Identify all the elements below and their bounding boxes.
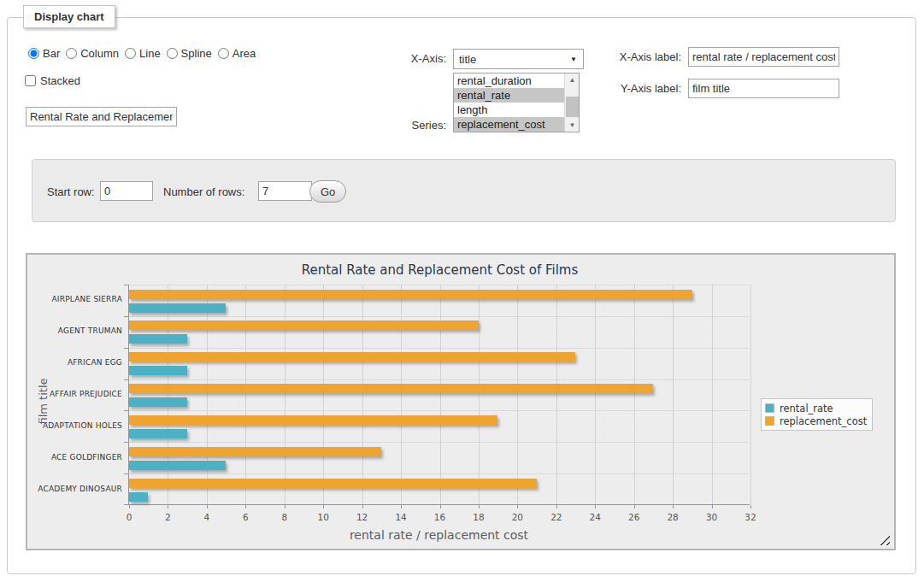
chart-type-option-bar[interactable]: Bar xyxy=(28,47,60,60)
chart-type-radio-spline[interactable] xyxy=(167,48,178,59)
chart-type-radio-area[interactable] xyxy=(218,48,229,59)
y-axis-title: film title xyxy=(37,365,50,425)
series-option-length[interactable]: length xyxy=(454,103,564,117)
x-axis-tick xyxy=(517,505,518,509)
y-axis-tick xyxy=(124,442,128,443)
series-listbox[interactable]: rental_durationrental_ratelengthreplacem… xyxy=(453,73,580,132)
x-tick-label: 26 xyxy=(621,512,647,522)
bar-rental_rate[interactable] xyxy=(129,429,187,438)
x-axis-tick xyxy=(129,505,130,509)
scroll-down-icon[interactable]: ▼ xyxy=(565,119,580,132)
gridline-vertical xyxy=(285,285,285,504)
bar-rental_rate[interactable] xyxy=(129,492,148,502)
legend-swatch-icon xyxy=(765,416,774,426)
x-axis-tick xyxy=(712,505,713,509)
chart-type-option-line[interactable]: Line xyxy=(125,47,161,60)
gridline-vertical xyxy=(168,285,168,504)
x-axis-selected-value: title xyxy=(459,53,476,66)
x-tick-label: 32 xyxy=(738,512,763,522)
x-axis-label-input[interactable] xyxy=(688,47,839,67)
series-options: rental_durationrental_ratelengthreplacem… xyxy=(454,73,564,132)
series-scrollbar[interactable]: ▲ ▼ xyxy=(564,73,579,132)
chart-type-radio-bar[interactable] xyxy=(28,48,39,59)
bar-replacement_cost[interactable] xyxy=(129,320,479,330)
bar-replacement_cost[interactable] xyxy=(129,479,537,488)
x-axis-tick xyxy=(440,505,441,509)
gridline-vertical xyxy=(401,285,402,504)
x-axis-select[interactable]: title ▼ xyxy=(453,49,584,69)
y-axis-tick xyxy=(124,316,128,317)
chart-legend: rental_ratereplacement_cost xyxy=(761,398,873,431)
gridline-vertical xyxy=(595,285,596,504)
bar-rental_rate[interactable] xyxy=(129,366,187,375)
chart-type-option-area[interactable]: Area xyxy=(218,47,256,60)
gridline-vertical xyxy=(634,285,635,504)
bar-replacement_cost[interactable] xyxy=(129,447,381,456)
scrollbar-thumb[interactable] xyxy=(566,97,579,117)
y-axis-tick xyxy=(124,473,128,474)
gridline-vertical xyxy=(750,285,751,504)
bar-replacement_cost[interactable] xyxy=(129,384,653,393)
start-row-input[interactable] xyxy=(100,181,153,201)
bar-rental_rate[interactable] xyxy=(129,334,187,344)
y-axis-tick xyxy=(124,379,128,380)
legend-label: rental_rate xyxy=(780,403,833,414)
bar-rental_rate[interactable] xyxy=(129,461,226,470)
num-rows-input[interactable] xyxy=(258,181,312,201)
series-option-rental_duration[interactable]: rental_duration xyxy=(454,73,564,88)
stacked-checkbox[interactable] xyxy=(25,75,36,86)
chart-type-option-spline[interactable]: Spline xyxy=(167,47,212,60)
x-tick-label: 22 xyxy=(544,512,569,522)
chart-type-radio-column[interactable] xyxy=(66,48,77,59)
chart-type-label: Area xyxy=(232,47,256,60)
bar-replacement_cost[interactable] xyxy=(129,415,497,425)
chart-container: Rental Rate and Replacement Cost of Film… xyxy=(26,253,896,550)
chart-type-label: Line xyxy=(139,47,161,60)
x-axis-tick xyxy=(168,505,168,509)
y-axis-tick xyxy=(124,504,128,505)
y-axis-tick xyxy=(124,348,128,349)
go-button[interactable]: Go xyxy=(309,180,346,203)
chart-type-label: Spline xyxy=(181,47,212,60)
bar-rental_rate[interactable] xyxy=(129,397,187,407)
stacked-option[interactable]: Stacked xyxy=(25,74,80,87)
bar-rental_rate[interactable] xyxy=(129,303,226,313)
x-axis-label-field: X-Axis label: xyxy=(598,50,681,63)
x-tick-label: 8 xyxy=(272,512,297,522)
x-tick-label: 16 xyxy=(427,512,453,522)
y-axis-tick xyxy=(124,410,128,411)
x-tick-label: 12 xyxy=(350,512,375,522)
bar-replacement_cost[interactable] xyxy=(129,290,692,299)
x-axis-tick xyxy=(323,505,324,509)
scroll-up-icon[interactable]: ▲ xyxy=(565,73,580,86)
x-tick-label: 10 xyxy=(310,512,336,522)
resize-grip-icon[interactable] xyxy=(880,535,890,545)
chevron-down-icon: ▼ xyxy=(570,56,577,63)
start-row-label: Start row: xyxy=(47,185,95,198)
series-option-rental_rate[interactable]: rental_rate xyxy=(454,88,564,103)
legend-entry-replacement_cost[interactable]: replacement_cost xyxy=(765,414,867,427)
y-axis-label-input[interactable] xyxy=(688,79,839,98)
bar-replacement_cost[interactable] xyxy=(129,352,575,362)
x-axis-tick xyxy=(634,505,635,509)
chart-plot: 02468101214161820222426283032AIRPLANE SI… xyxy=(128,285,750,505)
x-tick-label: 28 xyxy=(660,512,686,522)
gridline-vertical xyxy=(712,285,713,504)
stacked-label: Stacked xyxy=(40,74,80,87)
x-axis-tick xyxy=(401,505,402,509)
gridline-vertical xyxy=(479,285,480,504)
series-option-replacement_cost[interactable]: replacement_cost xyxy=(454,117,564,132)
legend-entry-rental_rate[interactable]: rental_rate xyxy=(765,402,867,414)
rows-panel xyxy=(32,159,896,222)
panel-legend: Display chart xyxy=(23,5,115,28)
chart-title-input[interactable] xyxy=(26,107,177,126)
chart-type-option-column[interactable]: Column xyxy=(66,47,119,60)
x-tick-label: 2 xyxy=(155,512,180,522)
x-axis-tick xyxy=(285,505,285,509)
gridline-vertical xyxy=(207,285,208,504)
x-tick-label: 14 xyxy=(388,512,414,522)
chart-type-radio-line[interactable] xyxy=(125,48,136,59)
x-axis-tick xyxy=(362,505,363,509)
gridline-vertical xyxy=(362,285,363,504)
chart-type-group: BarColumnLineSplineArea xyxy=(28,47,256,60)
